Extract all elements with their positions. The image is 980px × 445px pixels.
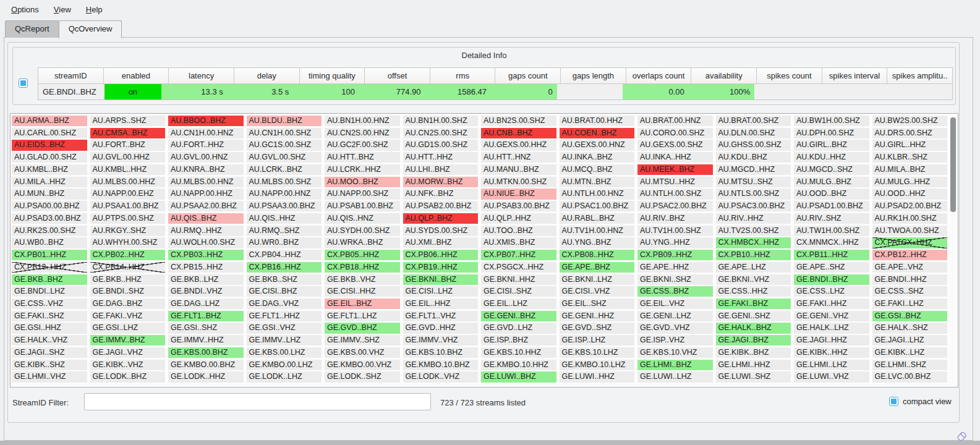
- stream-cell[interactable]: AU.CNB..BHZ: [481, 128, 556, 138]
- stream-cell[interactable]: GE.GVD..LHZ: [481, 323, 556, 333]
- stream-cell[interactable]: AU.CN2S.00.SHZ: [403, 128, 479, 138]
- stream-cell[interactable]: AU.DRS.00.SHZ: [872, 128, 948, 138]
- stream-cell[interactable]: GE.DAG..BHZ: [90, 299, 166, 309]
- stream-cell[interactable]: CX.PB04..HHZ: [247, 250, 322, 260]
- tab-qcoverview[interactable]: QcOverview: [59, 20, 122, 38]
- stream-cell[interactable]: AU.WOLH.00.SHZ: [168, 237, 244, 248]
- stream-cell[interactable]: AU.KDU..BHZ: [716, 152, 791, 163]
- stream-cell[interactable]: GE.LHMI..SHZ: [872, 360, 948, 370]
- stream-cell[interactable]: AU.PSAC2.00.BHZ: [637, 201, 713, 211]
- stream-cell[interactable]: GE.HALK..BHZ: [716, 323, 791, 333]
- stream-cell[interactable]: GE.EIL..BHZ: [325, 299, 400, 309]
- stream-cell[interactable]: GE.BKB..VHZ: [325, 274, 400, 285]
- stream-cell[interactable]: AU.LCRK..HHZ: [325, 164, 400, 175]
- stream-cell[interactable]: AU.NTLS.00.SHZ: [716, 189, 791, 199]
- stream-cell[interactable]: GE.EIL..VHZ: [637, 299, 713, 309]
- stream-cell[interactable]: AU.PSAA1.00.BHZ: [90, 201, 166, 211]
- stream-cell[interactable]: GE.CSS..HHZ: [716, 286, 791, 297]
- stream-cell[interactable]: GE.GVD..HHZ: [403, 323, 479, 333]
- stream-cell[interactable]: AU.RIV..SHZ: [794, 213, 869, 224]
- stream-cell[interactable]: AU.GEXS.00.SHZ: [637, 140, 713, 150]
- stream-cell[interactable]: GE.BKNI..VHZ: [716, 274, 791, 285]
- stream-cell[interactable]: GE.KBS.00.VHZ: [325, 347, 400, 358]
- stream-cell[interactable]: GE.CSS..SHZ: [872, 286, 948, 297]
- stream-cell[interactable]: GE.APE..LHZ: [716, 262, 791, 273]
- stream-cell[interactable]: AU.WB0..BHZ: [12, 237, 87, 248]
- stream-cell[interactable]: AU.GC1S.00.SHZ: [247, 140, 322, 150]
- stream-cell[interactable]: AU.NAPP.00.HNZ: [247, 189, 322, 199]
- stream-cell[interactable]: AU.NTLH.00.SHZ: [637, 189, 713, 199]
- detail-col-header[interactable]: spikes count: [757, 68, 822, 84]
- stream-cell[interactable]: CX.PB14..HHZ: [90, 262, 166, 273]
- stream-cell[interactable]: GE.LODK..VHZ: [403, 371, 479, 382]
- stream-cell[interactable]: GE.KIBK..HHZ: [794, 347, 869, 358]
- tab-qcreport[interactable]: QcReport: [5, 20, 59, 38]
- stream-cell[interactable]: GE.FLT1..LHZ: [325, 311, 400, 321]
- stream-filter-input[interactable]: [84, 393, 431, 410]
- stream-cell[interactable]: AU.RK1H.00.SHZ: [872, 213, 948, 224]
- stream-cell[interactable]: AU.RIV..HHZ: [716, 213, 791, 224]
- stream-cell[interactable]: GE.KIBK..LHZ: [872, 347, 948, 358]
- stream-cell[interactable]: AU.MTSU..HHZ: [637, 177, 713, 187]
- stream-cell[interactable]: AU.RABL..BHZ: [560, 213, 635, 224]
- stream-cell[interactable]: AU.QLP..BHZ: [403, 213, 479, 224]
- stream-cell[interactable]: GE.KBS.10.BHZ: [403, 347, 479, 358]
- detail-enable-checkbox[interactable]: [19, 78, 28, 88]
- stream-cell[interactable]: AU.BW1H.00.SHZ: [794, 116, 869, 126]
- stream-cell[interactable]: GE.KIBK..SHZ: [12, 360, 87, 370]
- stream-cell[interactable]: AU.COEN..BHZ: [560, 128, 635, 138]
- stream-cell[interactable]: GE.CISI..SHZ: [481, 286, 556, 297]
- stream-cell[interactable]: AU.KDU..HHZ: [794, 152, 869, 163]
- stream-cell[interactable]: AU.RMQ..HHZ: [168, 226, 244, 236]
- stream-cell[interactable]: GE.BKNI..LHZ: [560, 274, 635, 285]
- stream-cell[interactable]: AU.BRAT.00.HHZ: [560, 116, 635, 126]
- detail-col-header[interactable]: offset: [365, 68, 430, 84]
- stream-cell[interactable]: AU.BLDU..BHZ: [247, 116, 322, 126]
- stream-cell[interactable]: AU.HTT..HHZ: [403, 152, 479, 163]
- menu-help[interactable]: Help: [79, 2, 110, 17]
- stream-cell[interactable]: AU.NTLH.00.HNZ: [560, 189, 635, 199]
- stream-cell[interactable]: AU.KNRA..BHZ: [168, 164, 244, 175]
- stream-cell[interactable]: AU.MLBS.00.HHZ: [90, 177, 166, 187]
- stream-cell[interactable]: AU.MULG..HHZ: [872, 177, 948, 187]
- stream-cell[interactable]: GE.KMBO.00.VHZ: [325, 360, 400, 370]
- stream-cell[interactable]: GE.JAGI..HHZ: [794, 335, 869, 345]
- stream-cell[interactable]: CX.PATCX..HHZ: [872, 237, 948, 248]
- stream-cell[interactable]: AU.TV1H.00.SHZ: [637, 226, 713, 236]
- stream-cell[interactable]: AU.YNG..HHZ: [637, 237, 713, 248]
- stream-cell[interactable]: GE.CSS..BHZ: [637, 286, 713, 297]
- stream-cell[interactable]: AU.GVL.00.SHZ: [247, 152, 322, 163]
- stream-cell[interactable]: AU.TV2S.00.SHZ: [716, 226, 791, 236]
- stream-cell[interactable]: AU.ARMA..BHZ: [12, 116, 87, 126]
- stream-cell[interactable]: GE.LUWI..LHZ: [637, 371, 713, 382]
- stream-cell[interactable]: AU.EIDS..BHZ: [12, 140, 87, 150]
- stream-cell[interactable]: GE.KMBO.10.HHZ: [481, 360, 556, 370]
- stream-cell[interactable]: GE.BNDI..LHZ: [12, 286, 87, 297]
- stream-cell[interactable]: GE.LHMI..LHZ: [794, 360, 869, 370]
- stream-cell[interactable]: AU.MOO..BHZ: [325, 177, 400, 187]
- stream-cell[interactable]: GE.HALK..SHZ: [872, 323, 948, 333]
- stream-cell[interactable]: AU.MEEK..BHZ: [637, 164, 713, 175]
- stream-cell[interactable]: AU.BN1H.00.HNZ: [325, 116, 400, 126]
- stream-cell[interactable]: AU.MGCD..HHZ: [716, 164, 791, 175]
- stream-cell[interactable]: CX.PB19..HHZ: [403, 262, 479, 273]
- stream-cell[interactable]: AU.PSAA3.00.BHZ: [247, 201, 322, 211]
- stream-cell[interactable]: AU.CMSA..BHZ: [90, 128, 166, 138]
- stream-cell[interactable]: GE.BKNI..BHZ: [403, 274, 479, 285]
- stream-cell[interactable]: AU.YNG..BHZ: [560, 237, 635, 248]
- stream-cell[interactable]: GE.GSI..VHZ: [247, 323, 322, 333]
- stream-cell[interactable]: CX.PB15..HHZ: [168, 262, 244, 273]
- stream-cell[interactable]: AU.GLAD.00.SHZ: [12, 152, 87, 163]
- stream-cell[interactable]: GE.JAGI..LHZ: [872, 335, 948, 345]
- stream-cell[interactable]: CX.PB18..HHZ: [325, 262, 400, 273]
- stream-cell[interactable]: GE.CISI..BHZ: [247, 286, 322, 297]
- stream-cell[interactable]: AU.DPH.00.SHZ: [794, 128, 869, 138]
- stream-cell[interactable]: GE.IMMV..HHZ: [168, 335, 244, 345]
- stream-cell[interactable]: AU.MLBS.00.HNZ: [168, 177, 244, 187]
- stream-cell[interactable]: CX.PB02..HHZ: [90, 250, 166, 260]
- stream-cell[interactable]: CX.PSGCX..HHZ: [481, 262, 556, 273]
- stream-cell[interactable]: GE.BKNI..SHZ: [637, 274, 713, 285]
- stream-cell[interactable]: CX.PB10..HHZ: [716, 250, 791, 260]
- stream-cell[interactable]: AU.BRAT.00.SHZ: [716, 116, 791, 126]
- stream-cell[interactable]: GE.KMBO.00.BHZ: [168, 360, 244, 370]
